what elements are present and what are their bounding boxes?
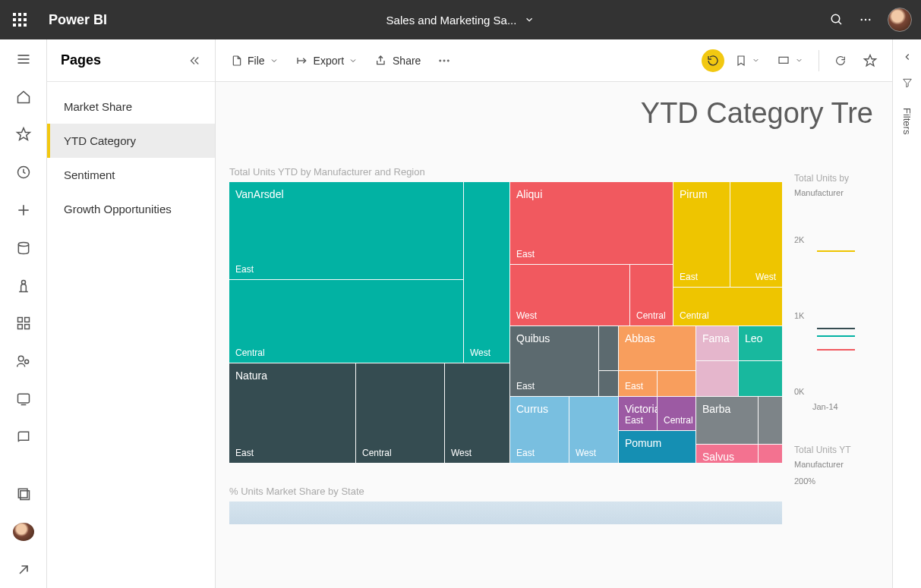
svg-point-2: [861, 19, 863, 20]
treemap-cell[interactable]: West: [464, 182, 509, 363]
chevron-down-icon: [524, 14, 535, 25]
filters-pane-collapsed: Filters: [892, 39, 921, 588]
user-avatar[interactable]: [888, 8, 912, 32]
expand-filters-icon[interactable]: [902, 52, 913, 65]
svg-rect-16: [17, 325, 22, 329]
treemap-cell[interactable]: [599, 371, 618, 396]
side-charts: Total Units by Manufacturer 2K 1K 0K Jan…: [794, 173, 878, 492]
treemap-cell[interactable]: Leo: [739, 326, 782, 360]
share-button[interactable]: Share: [368, 50, 427, 71]
nav-goals-button[interactable]: [8, 277, 39, 295]
page-item-growth-opportunities[interactable]: Growth Opportunities: [47, 192, 215, 226]
treemap-cell[interactable]: West: [730, 182, 782, 287]
treemap-cell[interactable]: West: [510, 265, 629, 325]
brand-label: Power BI: [49, 12, 107, 28]
treemap-cell[interactable]: East: [619, 371, 657, 396]
treemap-cell[interactable]: Fama: [696, 326, 738, 360]
page-item-market-share[interactable]: Market Share: [47, 90, 215, 124]
nav-recent-button[interactable]: [8, 163, 39, 181]
treemap-cell[interactable]: CurrusEast: [510, 397, 569, 463]
treemap-cell[interactable]: [759, 397, 782, 444]
treemap-cell[interactable]: QuibusEast: [510, 326, 598, 396]
treemap-visual[interactable]: VanArsdelEast Central West NaturaEast Ce…: [229, 182, 782, 463]
treemap-cell[interactable]: VanArsdelEast: [229, 182, 463, 279]
svg-line-1: [838, 21, 841, 24]
nav-home-button[interactable]: [8, 88, 39, 106]
map-title: % Units Market Share by State: [229, 486, 892, 497]
treemap-cell[interactable]: Abbas: [619, 326, 695, 370]
svg-rect-30: [779, 57, 788, 63]
treemap-cell[interactable]: VictoriaEast: [619, 397, 657, 430]
filters-applied-icon[interactable]: [902, 77, 913, 91]
svg-point-29: [448, 59, 449, 61]
treemap-cell[interactable]: West: [445, 363, 509, 463]
nav-create-button[interactable]: [8, 201, 39, 219]
svg-point-18: [18, 356, 24, 361]
pages-title: Pages: [61, 52, 101, 68]
svg-line-24: [20, 566, 27, 574]
svg-point-13: [21, 280, 25, 284]
filters-label[interactable]: Filters: [901, 108, 913, 134]
page-item-sentiment[interactable]: Sentiment: [47, 158, 215, 192]
treemap-cell[interactable]: Central: [229, 280, 463, 363]
ytick-1k: 1K: [794, 311, 878, 320]
bookmark-menu[interactable]: [729, 50, 766, 71]
nav-profile-avatar[interactable]: [13, 523, 34, 541]
nav-workspaces-button[interactable]: [8, 428, 39, 446]
treemap-cell[interactable]: Central: [673, 288, 782, 325]
nav-shared-button[interactable]: [8, 352, 39, 370]
svg-rect-14: [17, 318, 22, 322]
treemap-cell[interactable]: West: [569, 397, 618, 463]
top-bar: Power BI Sales and Marketing Sa...: [0, 0, 921, 39]
file-label: File: [248, 55, 265, 67]
svg-marker-8: [17, 128, 30, 140]
collapse-pane-icon[interactable]: [188, 54, 201, 68]
nav-favorites-button[interactable]: [8, 126, 39, 144]
side-chart-2-title: Total Units YT: [794, 445, 878, 455]
page-item-ytd-category[interactable]: YTD Category: [47, 124, 215, 158]
nav-external-link-button[interactable]: [8, 561, 39, 579]
map-visual[interactable]: [229, 502, 782, 524]
treemap-cell[interactable]: Barba: [696, 397, 758, 444]
workspace-dropdown[interactable]: Sales and Marketing Sa...: [386, 14, 535, 27]
nav-my-workspace-button[interactable]: [8, 486, 39, 504]
treemap-cell[interactable]: AliquiEast: [510, 182, 673, 264]
refresh-button[interactable]: [828, 50, 853, 71]
more-commands-button[interactable]: [431, 49, 457, 72]
pages-pane: Pages Market Share YTD Category Sentimen…: [47, 39, 216, 588]
side-chart-2-legend: Manufacturer: [794, 460, 878, 469]
treemap-cell[interactable]: Salvus: [696, 445, 758, 463]
svg-point-28: [443, 59, 445, 61]
command-bar: File Export Share: [216, 39, 892, 82]
app-launcher-button[interactable]: [0, 0, 39, 39]
treemap-cell[interactable]: [739, 361, 782, 396]
export-menu[interactable]: Export: [289, 50, 364, 71]
file-menu[interactable]: File: [225, 50, 285, 71]
reset-button[interactable]: [702, 49, 724, 72]
treemap-cell[interactable]: Pomum: [619, 431, 695, 463]
view-menu[interactable]: [771, 50, 809, 71]
ytick-2k: 2K: [794, 235, 878, 244]
treemap-cell[interactable]: PirumEast: [673, 182, 730, 287]
treemap-cell[interactable]: [759, 445, 782, 463]
treemap-cell[interactable]: [696, 361, 738, 396]
treemap-cell[interactable]: [658, 371, 695, 396]
svg-point-3: [865, 19, 866, 20]
treemap-cell[interactable]: Central: [630, 265, 673, 325]
treemap-cell[interactable]: NaturaEast: [229, 363, 355, 463]
svg-point-27: [440, 59, 441, 61]
treemap-cell[interactable]: Central: [356, 363, 444, 463]
more-icon[interactable]: [859, 13, 872, 27]
treemap-cell[interactable]: [599, 326, 618, 370]
svg-marker-31: [865, 55, 876, 65]
xtick-jan14: Jan-14: [812, 402, 878, 411]
nav-apps-button[interactable]: [8, 314, 39, 332]
favorite-button[interactable]: [857, 49, 883, 72]
nav-learn-button[interactable]: [8, 390, 39, 408]
treemap-cell[interactable]: Central: [658, 397, 695, 430]
nav-hamburger-button[interactable]: [8, 50, 39, 68]
search-icon[interactable]: [830, 13, 844, 27]
svg-point-19: [24, 360, 28, 363]
nav-datasets-button[interactable]: [8, 239, 39, 257]
left-nav-rail: [0, 39, 47, 588]
